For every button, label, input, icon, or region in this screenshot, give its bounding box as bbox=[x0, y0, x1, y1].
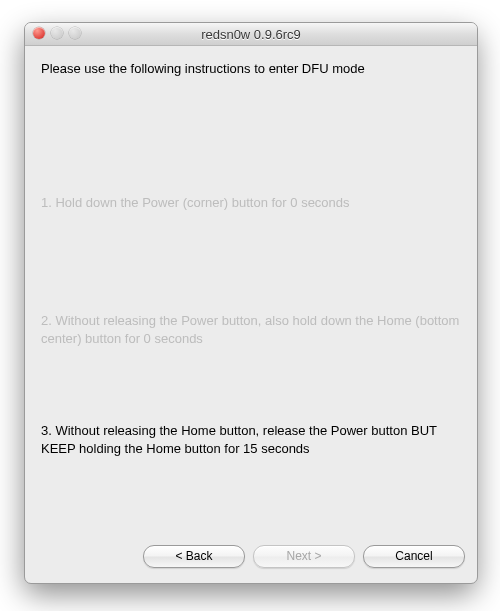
minimize-icon[interactable] bbox=[51, 27, 63, 39]
step-1: 1. Hold down the Power (corner) button f… bbox=[41, 194, 461, 212]
close-icon[interactable] bbox=[33, 27, 45, 39]
window-title: redsn0w 0.9.6rc9 bbox=[201, 27, 301, 42]
step-3: 3. Without releasing the Home button, re… bbox=[41, 422, 461, 457]
cancel-button[interactable]: Cancel bbox=[363, 545, 465, 568]
zoom-icon[interactable] bbox=[69, 27, 81, 39]
content-area: Please use the following instructions to… bbox=[25, 46, 477, 541]
traffic-lights bbox=[33, 27, 81, 39]
titlebar[interactable]: redsn0w 0.9.6rc9 bbox=[25, 23, 477, 46]
back-button[interactable]: < Back bbox=[143, 545, 245, 568]
app-window: redsn0w 0.9.6rc9 Please use the followin… bbox=[24, 22, 478, 584]
button-bar: < Back Next > Cancel bbox=[25, 535, 477, 583]
next-button: Next > bbox=[253, 545, 355, 568]
instruction-header: Please use the following instructions to… bbox=[41, 60, 461, 78]
step-2: 2. Without releasing the Power button, a… bbox=[41, 312, 461, 347]
